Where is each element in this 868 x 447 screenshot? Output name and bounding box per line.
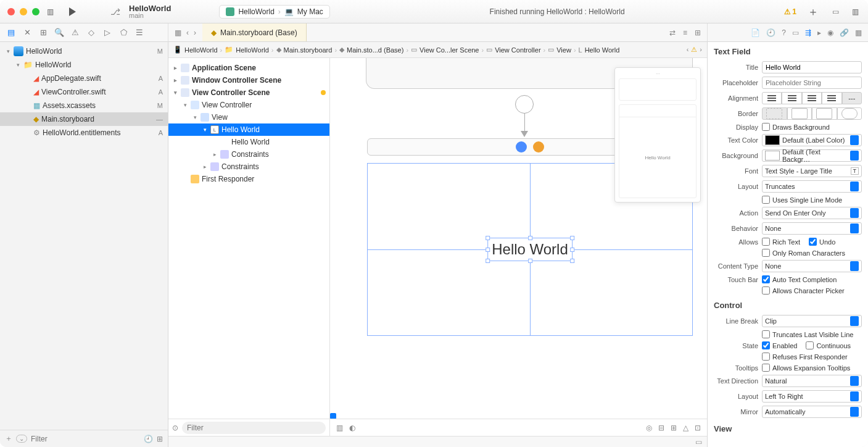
add-file-icon[interactable]: ＋ [5,433,12,444]
behavior-select[interactable]: None [762,222,862,235]
nav-item-assets-xcassets[interactable]: ▦Assets.xcassetsM [0,99,168,112]
outline-item-first-responder[interactable]: First Responder [168,173,329,185]
zoom-fit-icon[interactable]: ◎ [646,424,652,432]
draws-background-check[interactable] [762,123,770,131]
background-color-select[interactable]: Default (Text Backgr… [762,149,862,162]
outline-item-hello-world[interactable]: Hello World [168,136,329,148]
close-window[interactable] [7,8,15,15]
outline-item-constraints[interactable]: ▸Constraints [168,161,329,173]
nav-item-appdelegate-swift[interactable]: ◢AppDelegate.swiftA [0,72,168,85]
navigator-filter-input[interactable] [31,435,140,443]
outline-item-hello-world[interactable]: ▾LHello World [168,123,329,136]
identity-inspector-icon[interactable]: ▭ [792,28,799,37]
nav-item-main-storyboard[interactable]: ◆Main.storyboard— [0,112,168,126]
bc-back-icon[interactable]: ‹ [687,46,689,54]
editor-tab[interactable]: ◆ Main.storyboard (Base) [202,23,307,41]
trunc-last-check[interactable] [762,330,770,338]
outline-item-window-controller-scene[interactable]: ▸Window Controller Scene [168,74,329,86]
go-forward-icon[interactable]: › [194,28,196,37]
canvas-minimap[interactable]: ⋯ Hello World [614,67,701,203]
filter-scope-icon[interactable]: ⌄ [16,435,27,443]
toggle-inspector-icon[interactable]: ▥ [849,6,861,17]
outline-item-application-scene[interactable]: ▸Application Scene [168,62,329,74]
library-icon[interactable]: ▭ [830,6,841,17]
breadcrumb-item[interactable]: View Co...ler Scene [420,46,479,54]
resolve-issues-icon[interactable]: △ [683,424,688,432]
alignment-segmented[interactable]: --- [762,92,862,104]
layout2-select[interactable]: Left To Right [762,390,862,403]
effects-inspector-icon[interactable]: ▦ [855,28,862,37]
breadcrumb-item[interactable]: View [556,46,571,54]
undo-check[interactable] [809,238,817,246]
recent-filter-icon[interactable]: 🕘 [144,435,153,443]
scheme-selector[interactable]: HelloWorld › 💻 My Mac [219,5,329,19]
outline-item-view-controller-scene[interactable]: ▾View Controller Scene [168,86,329,99]
history-inspector-icon[interactable]: 🕘 [766,28,775,37]
selected-text-field[interactable]: Hello World [487,238,572,261]
bc-warn-icon[interactable]: ⚠ [691,46,697,54]
add-button[interactable]: ＋ [808,4,819,19]
breadcrumb-item[interactable]: Main.sto...d (Base) [347,46,403,54]
related-items-icon[interactable]: ▦ [175,28,181,37]
outline-item-view-controller[interactable]: ▾View Controller [168,99,329,111]
expansion-tooltip-check[interactable] [762,364,770,372]
connections-inspector-icon[interactable]: ◉ [827,28,833,37]
embed-icon[interactable]: ⊡ [695,424,701,432]
debug-area-toggle-icon[interactable]: ▭ [695,438,702,446]
toggle-outline-icon[interactable]: ▥ [336,424,343,432]
border-segmented[interactable] [762,107,862,120]
text-dir-select[interactable]: Natural [762,375,862,387]
find-navigator-icon[interactable]: 🔍 [54,28,64,38]
line-break-select[interactable]: Clip [762,315,862,327]
rich-text-check[interactable] [762,238,770,246]
project-navigator-icon[interactable]: ▤ [6,28,16,38]
add-editor-icon[interactable]: ⊞ [695,28,701,37]
symbol-navigator-icon[interactable]: ⊞ [38,28,48,38]
minimize-window[interactable] [20,8,27,15]
breadcrumb-item[interactable]: Hello World [585,46,620,54]
breadcrumb-item[interactable]: HelloWorld [184,46,218,54]
align-icon[interactable]: ⊟ [658,424,664,432]
placeholder-input[interactable] [762,77,862,89]
char-picker-check[interactable] [762,286,770,295]
go-back-icon[interactable]: ‹ [186,28,189,37]
help-inspector-icon[interactable]: ? [782,28,786,37]
pin-icon[interactable]: ⊞ [671,424,677,432]
breadcrumb-item[interactable]: View Controller [495,46,540,54]
test-navigator-icon[interactable]: ◇ [86,28,96,38]
nav-item-helloworld-entitlements[interactable]: ⚙HelloWorld.entitlementsA [0,126,168,140]
nav-item-helloworld[interactable]: ▾HelloWorldM [0,44,168,58]
refuses-fr-check[interactable] [762,353,770,361]
bindings-inspector-icon[interactable]: 🔗 [840,28,849,37]
text-color-select[interactable]: Default (Label Color) [762,134,862,146]
toggle-navigator-icon[interactable]: ▥ [44,6,56,17]
scm-filter-icon[interactable]: ⊞ [157,435,163,443]
nav-item-helloworld[interactable]: ▾📁HelloWorld [0,58,168,72]
file-inspector-icon[interactable]: 📄 [751,28,760,37]
interface-builder-canvas[interactable]: Hello World ⋯ [330,58,707,436]
size-inspector-icon[interactable]: ▸ [817,28,821,37]
auto-completion-check[interactable] [762,275,770,283]
run-button[interactable] [69,7,76,16]
layout-select[interactable]: Truncates [762,180,862,193]
continuous-check[interactable] [806,341,814,349]
breadcrumb-item[interactable]: Main.storyboard [284,46,333,54]
report-navigator-icon[interactable]: ☰ [134,28,144,38]
breakpoint-navigator-icon[interactable]: ⬠ [118,28,128,38]
nav-item-viewcontroller-swift[interactable]: ◢ViewController.swiftA [0,85,168,99]
debug-navigator-icon[interactable]: ▷ [102,28,112,38]
zoom-window[interactable] [32,8,39,15]
content-type-select[interactable]: None [762,260,862,272]
bc-fwd-icon[interactable]: › [700,46,702,54]
mirror-select[interactable]: Automatically [762,406,862,418]
editor-options-icon[interactable]: ≡ [683,28,687,37]
project-title[interactable]: HelloWorld main [129,4,171,19]
attributes-inspector-icon[interactable]: ⇶ [805,28,811,37]
roman-only-check[interactable] [762,249,770,257]
outline-item-view[interactable]: ▾View [168,111,329,123]
source-control-navigator-icon[interactable]: ✕ [22,28,32,38]
first-responder-icon[interactable] [533,141,544,152]
issue-navigator-icon[interactable]: ⚠ [70,28,80,38]
adjust-editor-icon[interactable]: ⇄ [669,28,676,37]
font-select[interactable]: Text Style - Large TitleT [762,165,862,177]
